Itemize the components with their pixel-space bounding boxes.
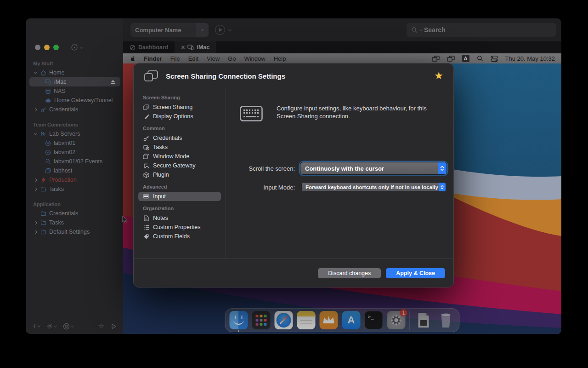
screen-sharing-icon <box>144 70 158 82</box>
run-outline-icon[interactable] <box>111 323 117 329</box>
sidebar-item-label: Production <box>49 177 77 183</box>
close-tab-icon[interactable]: × <box>181 44 185 51</box>
tasks-icon <box>143 144 149 150</box>
connection-status-menu[interactable] <box>71 44 83 51</box>
sidebar-item-labvm01[interactable]: labvm01 <box>26 138 123 148</box>
dock-terminal-icon[interactable]: >_ <box>365 311 383 329</box>
input-source-icon[interactable]: A <box>462 55 469 62</box>
computer-name-dropdown[interactable] <box>196 23 209 37</box>
sidebar-item-credentials[interactable]: Credentials <box>26 105 123 114</box>
sidebar-item-tasks[interactable]: Tasks <box>26 184 123 194</box>
nav-item-label: Plugin <box>153 172 169 178</box>
dock-notes-icon[interactable] <box>297 311 316 329</box>
scroll-screen-label: Scroll the screen: <box>231 165 295 172</box>
sidebar-item-home-gateway[interactable]: Home Gateway/Tunnel <box>26 96 123 105</box>
apply-close-button[interactable]: Apply & Close <box>386 268 445 278</box>
search-input[interactable] <box>424 26 551 34</box>
sidebar-item-labvm02[interactable]: labvm02 <box>26 148 123 157</box>
scroll-screen-select[interactable]: Continuosly with the cursor <box>300 162 447 174</box>
menu-go[interactable]: Go <box>228 55 236 62</box>
dialog-content: Configure input settings, like keyboard … <box>226 88 453 259</box>
nav-item-screen-sharing[interactable]: Screen Sharing <box>134 103 226 112</box>
minimize-window-button[interactable] <box>44 45 50 50</box>
sidebar-item-home[interactable]: Home <box>26 68 123 77</box>
sidebar-item-app-credentials[interactable]: Credentials <box>26 209 123 218</box>
menu-help[interactable]: Help <box>274 55 286 62</box>
tab-dashboard[interactable]: Dashboard <box>123 41 175 53</box>
windows-copy-icon[interactable] <box>447 56 455 62</box>
chevron-down-icon <box>71 324 74 327</box>
nav-item-label: Tasks <box>153 144 168 150</box>
tab-imac[interactable]: × iMac <box>175 41 216 53</box>
dock-royal-tsx-icon[interactable] <box>320 311 338 329</box>
menu-edit[interactable]: Edit <box>188 55 198 62</box>
add-connection-button[interactable]: + <box>32 322 40 330</box>
nav-section-advanced: Advanced <box>134 179 226 192</box>
dock-trash-icon[interactable] <box>437 311 455 329</box>
key-icon <box>143 135 149 141</box>
nav-item-input[interactable]: Input <box>138 192 221 201</box>
apple-menu-icon[interactable] <box>130 55 136 62</box>
sidebar-item-labhost[interactable]: labhost <box>26 166 123 175</box>
settings-dialog: Screen Sharing Connection Settings ★ Scr… <box>133 63 454 288</box>
settings-button[interactable] <box>46 323 57 329</box>
discard-changes-button[interactable]: Discard changes <box>318 268 381 278</box>
sidebar-item-label: Default Settings <box>49 229 90 235</box>
nav-item-window-mode[interactable]: Window Mode <box>134 152 226 161</box>
favorite-star-icon[interactable]: ★ <box>434 71 443 81</box>
nav-item-display-options[interactable]: Display Options <box>134 112 226 121</box>
close-window-button[interactable] <box>35 45 40 50</box>
nav-item-plugin[interactable]: Plugin <box>134 170 226 179</box>
sidebar-item-lab-servers[interactable]: Lab Servers <box>26 129 123 138</box>
sidebar-item-default-settings[interactable]: Default Settings <box>26 227 123 236</box>
menubar-app-name[interactable]: Finder <box>144 55 162 62</box>
menu-file[interactable]: File <box>170 55 180 62</box>
nav-item-custom-properties[interactable]: Custom Properties <box>134 223 226 232</box>
sidebar-item-imac[interactable]: iMac <box>29 77 120 86</box>
sidebar-item-app-tasks[interactable]: Tasks <box>26 218 123 227</box>
nav-item-custom-fields[interactable]: Custom Fields <box>134 232 226 241</box>
input-mode-select[interactable]: Forward keyboard shortcuts only if not i… <box>302 183 446 191</box>
dock-finder-icon[interactable] <box>230 311 248 329</box>
screen-mirroring-icon[interactable] <box>432 56 440 62</box>
search-field[interactable] <box>407 23 556 37</box>
sidebar-item-production[interactable]: Production <box>26 175 123 184</box>
dock-system-preferences-icon[interactable]: 1 <box>387 311 406 329</box>
window-controls <box>35 45 59 50</box>
app-sidebar: My Stuff Home iMac <box>26 18 123 334</box>
sync-menu-button[interactable] <box>63 323 74 330</box>
menu-view[interactable]: View <box>207 55 220 62</box>
dialog-footer: Discard changes Apply & Close <box>134 259 453 287</box>
chevron-down-icon <box>54 324 57 327</box>
connect-button[interactable] <box>215 25 225 35</box>
control-center-icon[interactable] <box>491 56 498 62</box>
eject-icon[interactable] <box>110 80 116 84</box>
tab-bar: Dashboard × iMac <box>123 41 561 53</box>
chevron-down-icon <box>201 28 204 31</box>
nav-item-notes[interactable]: Notes <box>134 213 226 223</box>
sidebar-item-nas[interactable]: NAS <box>26 86 123 96</box>
favorite-outline-icon[interactable]: ☆ <box>98 322 104 330</box>
nav-item-credentials[interactable]: Credentials <box>134 133 226 143</box>
chevron-down-icon <box>419 28 423 31</box>
scroll-screen-value: Continuosly with the cursor <box>300 165 438 172</box>
chevron-right-icon <box>34 178 37 181</box>
nav-item-secure-gateway[interactable]: Secure Gateway <box>134 161 226 170</box>
dock-app-store-icon[interactable]: A <box>342 311 361 329</box>
nav-item-tasks[interactable]: Tasks <box>134 143 226 152</box>
sidebar-item-label: Home Gateway/Tunnel <box>54 97 113 104</box>
menu-window[interactable]: Window <box>244 55 265 62</box>
folder-icon <box>40 186 46 192</box>
dock-launchpad-icon[interactable] <box>252 311 271 329</box>
computer-name-input[interactable] <box>130 27 196 34</box>
sidebar-item-label: iMac <box>54 79 66 85</box>
dock-document-icon[interactable] <box>414 311 433 329</box>
chevron-down-icon[interactable] <box>228 28 232 31</box>
computer-name-field[interactable] <box>130 23 209 37</box>
menubar-clock[interactable]: Thu 20. May 10:32 <box>505 55 555 62</box>
home-icon <box>40 70 46 76</box>
spotlight-icon[interactable] <box>477 55 483 62</box>
zoom-window-button[interactable] <box>53 45 59 50</box>
dock-safari-icon[interactable] <box>275 311 293 329</box>
sidebar-item-labvm-events[interactable]: labvm01/02 Events <box>26 157 123 166</box>
